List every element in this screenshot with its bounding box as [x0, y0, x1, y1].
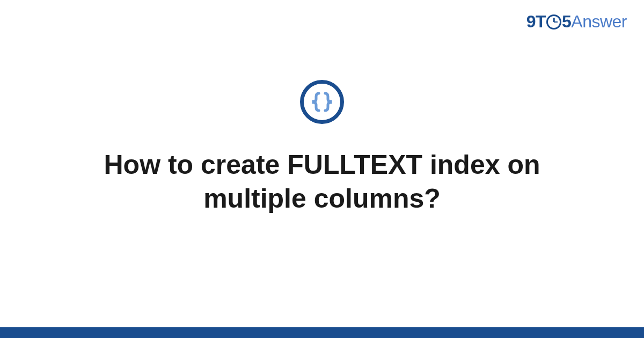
- braces-icon: [310, 90, 334, 114]
- main-content: How to create FULLTEXT index on multiple…: [0, 0, 644, 338]
- footer-bar: [0, 327, 644, 338]
- category-badge: [300, 80, 344, 124]
- page-title: How to create FULLTEXT index on multiple…: [54, 148, 590, 215]
